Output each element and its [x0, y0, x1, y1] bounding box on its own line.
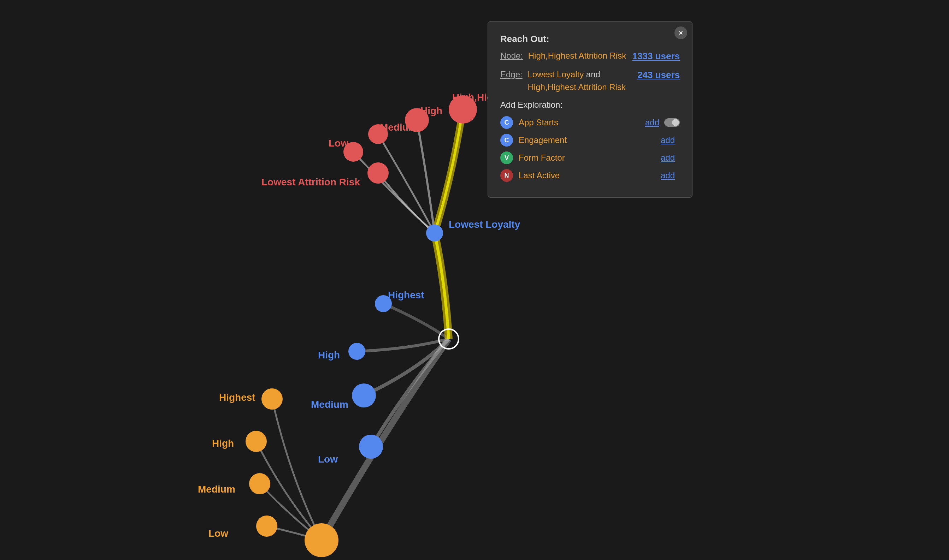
- close-button[interactable]: ×: [675, 26, 687, 39]
- exp-toggle-app-starts[interactable]: [664, 118, 680, 127]
- edge-connector: and: [586, 69, 600, 79]
- graph-canvas: [0, 0, 949, 560]
- exploration-engagement: C Engagement add: [500, 134, 680, 146]
- exploration-app-starts: C App Starts add: [500, 116, 680, 129]
- edge-users[interactable]: 243 users: [637, 68, 680, 82]
- edge-value2: High,Highest Attrition Risk: [527, 82, 625, 92]
- exp-icon-app-starts: C: [500, 116, 513, 129]
- exp-name-engagement: Engagement: [519, 134, 661, 146]
- edge-value1: Lowest Loyalty: [527, 69, 584, 79]
- exp-name-last-active: Last Active: [519, 169, 661, 182]
- node-lowest-engagement[interactable]: [305, 523, 339, 557]
- node-high-blue[interactable]: [348, 343, 365, 360]
- exp-icon-form-factor: V: [500, 151, 513, 164]
- popup-edge-row: Edge: Lowest Loyalty and High,Highest At…: [500, 68, 680, 94]
- exploration-form-factor: V Form Factor add: [500, 151, 680, 164]
- node-high-orange[interactable]: [245, 431, 267, 452]
- node-users[interactable]: 1333 users: [632, 49, 680, 63]
- popup-node-row: Node: High,Highest Attrition Risk 1333 u…: [500, 49, 680, 63]
- node-low-blue[interactable]: [359, 435, 383, 458]
- node-high-highest-red[interactable]: [449, 95, 477, 123]
- edge-to-lowest-engagement: [322, 339, 449, 540]
- exp-icon-last-active: N: [500, 169, 513, 182]
- node-highest-orange[interactable]: [262, 388, 283, 409]
- node-medium-red[interactable]: [368, 124, 388, 144]
- node-value: High,Highest Attrition Risk: [528, 49, 626, 62]
- node-medium-orange[interactable]: [249, 473, 270, 494]
- exp-name-app-starts: App Starts: [519, 116, 645, 129]
- node-lowest-attrition[interactable]: [367, 162, 389, 184]
- node-low-red[interactable]: [344, 142, 363, 162]
- exp-add-app-starts[interactable]: add: [645, 116, 659, 129]
- node-high-red[interactable]: [405, 108, 429, 132]
- exp-add-engagement[interactable]: add: [661, 134, 675, 146]
- popup-panel: × Reach Out: Node: High,Highest Attritio…: [488, 21, 692, 198]
- exploration-last-active: N Last Active add: [500, 169, 680, 182]
- exp-icon-engagement: C: [500, 134, 513, 146]
- edge-to-highest: [384, 304, 449, 339]
- edge-label: Edge:: [500, 68, 525, 81]
- node-center-top[interactable]: [426, 225, 443, 242]
- exp-name-form-factor: Form Factor: [519, 151, 661, 164]
- node-low-orange[interactable]: [256, 515, 277, 537]
- popup-title: Reach Out:: [500, 32, 680, 46]
- exp-add-last-active[interactable]: add: [661, 169, 675, 182]
- node-highest-blue[interactable]: [375, 295, 392, 312]
- exp-add-form-factor[interactable]: add: [661, 151, 675, 164]
- exploration-title: Add Exploration:: [500, 98, 680, 111]
- node-medium-blue[interactable]: [352, 383, 376, 408]
- node-label: Node:: [500, 49, 525, 62]
